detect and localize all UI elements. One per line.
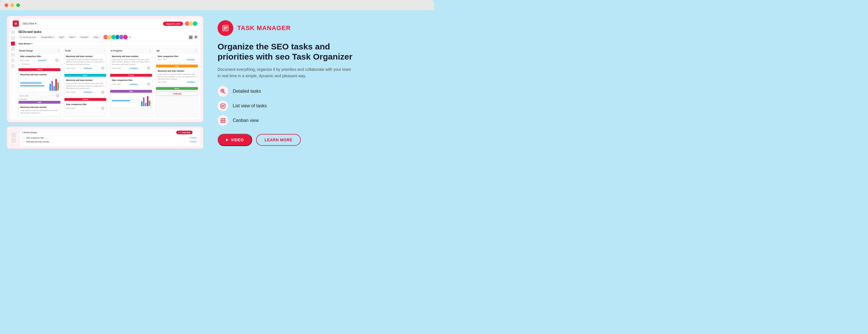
column-menu-icon[interactable]: ⋮ [194, 49, 197, 52]
brand-icon: ! [218, 20, 233, 36]
list-menu-icon[interactable]: ⋮ [195, 131, 197, 134]
learn-more-button[interactable]: LEARN MORE [256, 134, 301, 146]
feature-icon-wrap [218, 86, 228, 97]
add-task-button[interactable]: + + Add task [176, 131, 192, 134]
priority-badge-basic: Basic [64, 74, 106, 77]
task-card[interactable]: Massively add team member Large agencies… [110, 54, 152, 72]
tag-filter[interactable]: Tag ▾ [57, 35, 66, 39]
list-sidebar-icon [11, 138, 16, 143]
team-avatars: +4 [103, 35, 132, 40]
main-heading: Organize the SEO tasks and priorities wi… [218, 41, 358, 62]
kanban-board: Needs Design ⋮ Date comparison filter Fe… [16, 46, 200, 120]
column-menu-icon[interactable]: ⋮ [57, 49, 60, 52]
kanban-column-qa: QA ⋮ Date comparison filter Feb 3, 2021 … [155, 48, 199, 118]
page-title: SEOcrawl tasks [18, 30, 198, 33]
left-panel: M SEO Alive ▾ Upgrade plan [7, 16, 204, 149]
priority-badge-critical: Critical [19, 68, 60, 71]
video-button[interactable]: VIDEO [218, 134, 252, 146]
team-filter[interactable]: Team [92, 36, 100, 39]
avatar [101, 91, 104, 94]
priority-badge-critical: Critical [110, 74, 152, 77]
task-card-chart[interactable] [110, 93, 152, 108]
sidebar-home-icon[interactable] [11, 30, 15, 34]
task-card[interactable]: Massively add team member [19, 72, 60, 92]
column-header: To-Do ⋮ [63, 48, 107, 54]
priority-badge-high: High [19, 101, 60, 104]
priority-badge-high: High [110, 90, 152, 93]
avatar [147, 66, 150, 70]
task-card[interactable]: Massively add team member Large agencies… [19, 104, 60, 116]
list-item[interactable]: Date comparison filter Analytics [22, 136, 197, 139]
priority-badge-basic: Basic [156, 87, 198, 90]
app-logo: M [13, 21, 19, 27]
workspace-dropdown[interactable]: SEO Alive ▾ [21, 22, 39, 26]
column-header: In Progress ⋮ [109, 48, 153, 54]
priority-filter[interactable]: Priority ▾ [79, 35, 91, 39]
app-body: SEOcrawl tasks 🔍 Search by task Responsi… [16, 29, 200, 120]
task-manager-logo-icon: ! [221, 24, 229, 32]
kanban-column-in-progress: In Progress ⋮ Massively add team member … [109, 48, 153, 118]
sidebar-search-icon[interactable] [11, 36, 15, 40]
sidebar-users-icon[interactable] [11, 59, 15, 62]
svg-rect-21 [221, 122, 222, 123]
app-main: SEOcrawl tasks 🔍 Search by task Responsi… [10, 29, 200, 120]
list-sidebar-icons [10, 131, 17, 144]
feature-icon-wrap [218, 101, 228, 111]
search-tasks-icon [220, 89, 226, 94]
cta-buttons: VIDEO LEARN MORE [218, 134, 422, 146]
avatar [56, 94, 59, 98]
main-app-screenshot: M SEO Alive ▾ Upgrade plan [7, 16, 204, 123]
task-card[interactable]: Date comparison filter Feb 3, 2021 Analy… [19, 54, 60, 67]
svg-rect-18 [221, 120, 222, 121]
date-filter[interactable]: Date ▾ [67, 35, 77, 39]
task-card[interactable]: Date comparison filter Feb 3, 2021 [64, 101, 106, 112]
grid-view-button[interactable]: ⊞ [188, 35, 193, 39]
sidebar-docs-icon[interactable] [11, 64, 15, 68]
task-card[interactable]: Massively add team member Large agencies… [156, 68, 198, 86]
priority-badge-high: High [156, 65, 198, 67]
list-view-button[interactable]: ≡ [194, 35, 198, 39]
feature-label: Canban view [233, 118, 259, 123]
description: Document everything, organize it by prio… [218, 66, 352, 79]
column-menu-icon[interactable]: ⋮ [103, 49, 106, 52]
responsible-filter[interactable]: Responsible ▾ [39, 35, 56, 39]
more-avatars-count: +4 [128, 36, 132, 38]
task-checkbox[interactable] [22, 140, 25, 143]
avatar [101, 66, 104, 70]
kanban-column-todo: To-Do ⋮ Massively add team member Large … [63, 48, 107, 118]
feature-label: List view of tasks [233, 103, 267, 108]
task-checkbox[interactable] [22, 136, 25, 139]
features-list: Detailed tasks List view of tasks [218, 86, 422, 126]
svg-rect-15 [221, 118, 222, 120]
list-view-icon [220, 103, 226, 109]
filter-bar: 🔍 Search by task Responsible ▾ Tag ▾ [18, 35, 198, 40]
close-button[interactable] [4, 3, 8, 7]
feature-item-list-view: List view of tasks [218, 101, 422, 111]
sidebar-tasks-icon[interactable] [11, 41, 15, 45]
brand-title: TASK MANAGER [237, 25, 291, 32]
list-item[interactable]: Massively add team member Analytics [22, 140, 197, 143]
app-topbar: M SEO Alive ▾ Upgrade plan [10, 19, 200, 29]
svg-rect-16 [222, 118, 223, 120]
minimize-button[interactable] [10, 3, 14, 7]
add-task-button[interactable]: + Add task [156, 92, 198, 96]
sidebar-chart-icon[interactable] [11, 47, 15, 51]
task-card[interactable]: Date comparison filter Feb 3, 2021 Analy… [156, 54, 198, 63]
search-input[interactable]: 🔍 Search by task [18, 36, 38, 39]
browser-titlebar [0, 0, 434, 10]
chart-preview [112, 95, 150, 106]
column-menu-icon[interactable]: ⋮ [149, 49, 152, 52]
upgrade-button[interactable]: Upgrade plan [163, 22, 183, 26]
maximize-button[interactable] [16, 3, 20, 7]
brand-header: ! TASK MANAGER [218, 20, 422, 36]
column-header: Needs Design ⋮ [18, 48, 62, 54]
browser-content: M SEO Alive ▾ Upgrade plan [0, 10, 434, 167]
task-card[interactable]: Date comparison filter Feb 3, 2021 Analy… [110, 77, 152, 88]
sidebar-settings-icon[interactable] [11, 53, 15, 57]
feature-icon-wrap [218, 115, 228, 126]
chart-preview [20, 77, 59, 91]
task-card[interactable]: Massively add team member Large agencies… [64, 54, 106, 72]
view-toggle: ⊞ ≡ [188, 35, 198, 39]
column-header: QA ⋮ [155, 48, 199, 54]
task-card[interactable]: Massively add team member Large agencies… [64, 77, 106, 96]
